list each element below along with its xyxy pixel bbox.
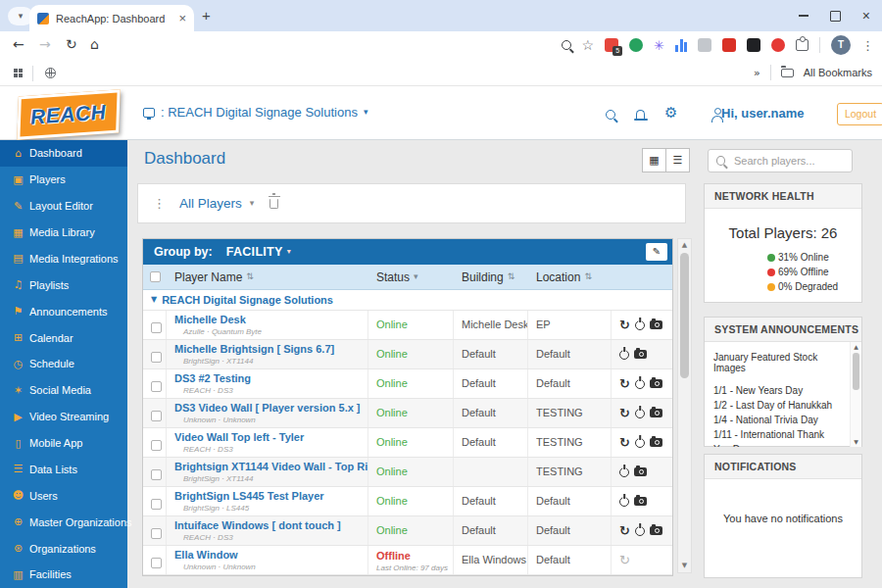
row-checkbox[interactable]: [151, 352, 162, 363]
power-icon[interactable]: [635, 438, 645, 448]
browser-menu-icon[interactable]: ⋮: [861, 39, 874, 52]
app-search-icon[interactable]: [606, 110, 615, 120]
extensions-puzzle-icon[interactable]: [796, 39, 808, 51]
scroll-down-icon[interactable]: ▼: [851, 439, 861, 445]
sidebar-item-facilities[interactable]: ▥Facilities: [0, 562, 127, 588]
sidebar-item-video-streaming[interactable]: ▶Video Streaming: [0, 404, 127, 430]
filter-chevron-icon[interactable]: ▾: [250, 199, 255, 208]
scroll-up-icon[interactable]: ▲: [851, 344, 861, 350]
extension-icon-pdf[interactable]: [722, 38, 736, 52]
apps-grid-icon[interactable]: [14, 69, 18, 73]
player-name-link[interactable]: Michelle Desk: [174, 314, 368, 325]
power-icon[interactable]: [619, 497, 629, 507]
edit-group-button[interactable]: ✎: [646, 243, 667, 261]
scrollbar-thumb[interactable]: [680, 253, 689, 378]
org-selector[interactable]: : REACH Digital Signage Solutions ▾: [143, 105, 368, 120]
reload-icon[interactable]: ↻: [66, 37, 77, 51]
screenshot-camera-icon[interactable]: [634, 467, 647, 476]
home-icon[interactable]: ⌂: [90, 37, 99, 51]
sidebar-item-calendar[interactable]: ⊞Calendar: [0, 324, 127, 351]
group-by-value[interactable]: FACILITY: [226, 245, 283, 259]
scroll-up-icon[interactable]: ▲: [678, 242, 691, 249]
row-checkbox[interactable]: [151, 381, 162, 392]
window-close-icon[interactable]: ×: [862, 9, 870, 23]
refresh-icon[interactable]: ↻: [619, 318, 630, 331]
player-name-link[interactable]: BrightSign LS445 Test Player: [174, 490, 368, 502]
sidebar-item-dashboard[interactable]: ⌂Dashboard: [0, 140, 127, 167]
scroll-down-icon[interactable]: ▼: [678, 563, 691, 569]
extension-icon-red[interactable]: 5: [605, 38, 618, 52]
player-filter-dropdown[interactable]: All Players: [179, 196, 242, 211]
sidebar-item-layout-editor[interactable]: ✎Layout Editor: [0, 193, 127, 220]
power-icon[interactable]: [635, 379, 645, 389]
screenshot-camera-icon[interactable]: [650, 438, 662, 447]
new-tab-button[interactable]: +: [202, 6, 211, 25]
sidebar-item-media-integrations[interactable]: ▤Media Integrations: [0, 246, 127, 272]
announcements-scrollbar[interactable]: ▲ ▼: [850, 342, 861, 447]
sidebar-item-social-media[interactable]: ✶Social Media: [0, 377, 127, 404]
refresh-icon-disabled[interactable]: ↻: [619, 554, 630, 566]
tab-close-icon[interactable]: ×: [178, 11, 186, 25]
settings-gear-icon[interactable]: ⚙: [664, 106, 677, 121]
grid-view-icon[interactable]: ▦: [642, 148, 666, 172]
sidebar-item-organizations[interactable]: ⊛Organizations: [0, 535, 127, 562]
scrollbar-thumb[interactable]: [853, 353, 859, 390]
facility-group-row[interactable]: ▼ REACH Digital Signage Solutions: [143, 290, 672, 311]
sidebar-item-mobile-app[interactable]: ▯Mobile App: [0, 430, 127, 457]
column-player-name[interactable]: Player Name⇅: [167, 270, 368, 284]
sidebar-item-users[interactable]: ☻Users: [0, 482, 127, 509]
player-name-link[interactable]: Michelle Brightsign [ Signs 6.7]: [174, 343, 368, 355]
refresh-icon[interactable]: ↻: [619, 524, 630, 537]
back-icon[interactable]: ←: [13, 37, 24, 51]
screenshot-camera-icon[interactable]: [650, 379, 662, 388]
extension-icon-red-circle[interactable]: [771, 38, 785, 52]
trash-icon[interactable]: [270, 199, 278, 209]
row-checkbox[interactable]: [151, 558, 162, 568]
extension-icon-purple[interactable]: ✳: [654, 39, 664, 52]
screenshot-camera-icon[interactable]: [650, 526, 662, 535]
drag-handle-icon[interactable]: ⋮: [153, 197, 166, 210]
column-building[interactable]: Building⇅: [454, 270, 528, 284]
screenshot-camera-icon[interactable]: [650, 320, 662, 329]
extension-icon-chart[interactable]: [675, 39, 687, 52]
browser-tab[interactable]: ReachApp: Dashboard ×: [29, 5, 194, 31]
column-status[interactable]: Status▾: [368, 270, 454, 284]
extension-icon-black[interactable]: [747, 38, 760, 52]
player-name-link[interactable]: Brightsign XT1144 Video Wall - Top Right: [174, 461, 368, 472]
player-name-link[interactable]: Ella Window: [174, 549, 368, 561]
power-icon[interactable]: [619, 350, 629, 360]
row-checkbox[interactable]: [151, 440, 162, 451]
player-name-link[interactable]: DS3 #2 Testing: [174, 372, 368, 384]
power-icon[interactable]: [635, 320, 645, 330]
sidebar-item-schedule[interactable]: ◷Schedule: [0, 351, 127, 377]
bookmark-star-icon[interactable]: ☆: [582, 38, 595, 52]
window-maximize-icon[interactable]: [830, 11, 841, 22]
refresh-icon[interactable]: ↻: [619, 436, 630, 449]
list-view-icon[interactable]: ☰: [666, 148, 690, 172]
notifications-bell-icon[interactable]: [635, 110, 647, 122]
bookmarks-overflow-icon[interactable]: »: [754, 68, 760, 78]
sidebar-item-media-library[interactable]: ▦Media Library: [0, 220, 127, 246]
power-icon[interactable]: [635, 409, 645, 418]
screenshot-camera-icon[interactable]: [650, 409, 662, 417]
logout-button[interactable]: Logout: [837, 103, 882, 125]
screenshot-camera-icon[interactable]: [634, 350, 647, 359]
search-players-input[interactable]: [732, 154, 844, 168]
search-icon[interactable]: [562, 40, 571, 50]
window-minimize-icon[interactable]: [799, 15, 808, 17]
row-checkbox[interactable]: [151, 411, 162, 421]
all-bookmarks-label[interactable]: All Bookmarks: [804, 67, 872, 78]
globe-bookmark-icon[interactable]: [45, 68, 56, 78]
column-location[interactable]: Location⇅: [528, 270, 612, 284]
sidebar-item-playlists[interactable]: ♫Playlists: [0, 271, 127, 298]
player-name-link[interactable]: Intuiface Windows [ dont touch ]: [174, 519, 368, 531]
reach-logo[interactable]: REACH: [17, 89, 120, 139]
power-icon[interactable]: [635, 526, 645, 536]
refresh-icon[interactable]: ↻: [619, 407, 630, 419]
row-checkbox[interactable]: [151, 322, 162, 333]
row-checkbox[interactable]: [151, 499, 162, 510]
select-all-checkbox[interactable]: [150, 271, 161, 282]
extension-icon-gray[interactable]: [698, 38, 711, 52]
player-name-link[interactable]: Video Wall Top left - Tyler: [174, 431, 368, 443]
extension-icon-green[interactable]: [629, 38, 643, 52]
